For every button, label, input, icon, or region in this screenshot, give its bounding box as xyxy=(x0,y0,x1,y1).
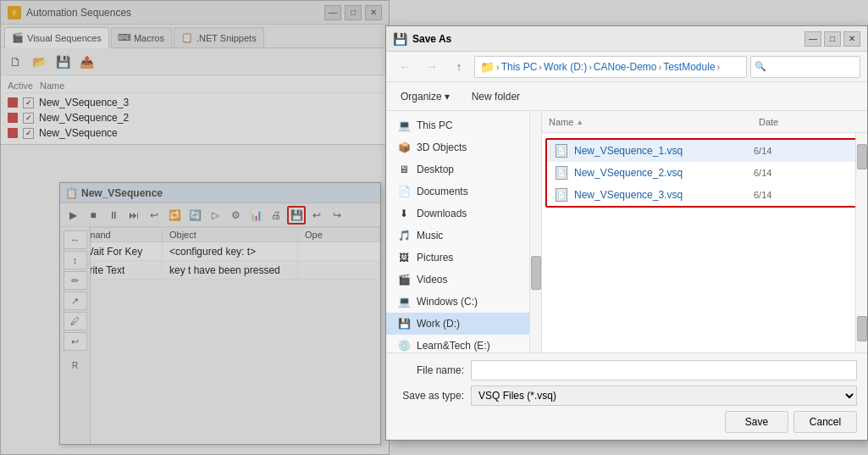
sidebar-music-label: Music xyxy=(417,230,443,241)
date-header-label: Date xyxy=(759,117,778,127)
sidebar-work-d[interactable]: 💾 Work (D:) xyxy=(386,313,529,335)
file-highlight-group: 📄 New_VSequence_1.vsq 6/14 📄 New_VSequen… xyxy=(545,138,864,208)
organize-label: Organize xyxy=(401,91,442,103)
dialog-nav-bar: ← → ↑ 📁 › This PC › Work (D:) › CANoe-De… xyxy=(386,52,867,82)
music-icon: 🎵 xyxy=(396,228,412,243)
sidebar-downloads-label: Downloads xyxy=(417,208,467,219)
breadcrumb-canoe-demo[interactable]: CANoe-Demo xyxy=(594,61,657,73)
save-as-dialog: 💾 Save As — □ ✕ ← → ↑ 📁 › This PC › Work… xyxy=(385,25,868,441)
nav-forward-button[interactable]: → xyxy=(420,56,444,78)
dialog-sidebar: 💻 This PC 📦 3D Objects 🖥 Desktop 📄 Docum… xyxy=(386,111,530,352)
sidebar-pictures[interactable]: 🖼 Pictures xyxy=(386,247,529,269)
organize-chevron-icon: ▾ xyxy=(445,91,450,103)
sidebar-windows-c[interactable]: 💻 Windows (C:) xyxy=(386,291,529,313)
dialog-window-controls[interactable]: — □ ✕ xyxy=(804,31,860,47)
dialog-inner-toolbar: Organize ▾ New folder xyxy=(386,82,867,111)
3d-objects-icon: 📦 xyxy=(396,140,412,155)
pictures-icon: 🖼 xyxy=(396,250,412,265)
filetype-select[interactable]: VSQ Files (*.vsq) xyxy=(471,386,857,406)
sidebar-pictures-label: Pictures xyxy=(417,252,453,264)
pc-icon: 💻 xyxy=(396,118,412,133)
file-list-area: Name ▲ Date 📄 New_VSequence_1.vsq 6/14 xyxy=(542,111,867,352)
sidebar-learntech-e[interactable]: 💿 Learn&Tech (E:) xyxy=(386,335,529,352)
filetype-row: Save as type: VSQ Files (*.vsq) xyxy=(396,386,857,406)
filetype-label: Save as type: xyxy=(396,390,464,402)
save-button[interactable]: Save xyxy=(725,411,788,433)
sidebar-videos-label: Videos xyxy=(417,274,447,286)
breadcrumb-sep-0: › xyxy=(496,62,500,72)
file-list-scroll-up-btn xyxy=(857,144,867,169)
vsq2-filename: New_VSequence_2.vsq xyxy=(574,167,754,179)
new-folder-label: New folder xyxy=(472,91,520,103)
dialog-maximize-button[interactable]: □ xyxy=(824,31,841,47)
sidebar-work-d-label: Work (D:) xyxy=(417,318,460,330)
sidebar-windows-c-label: Windows (C:) xyxy=(417,296,478,308)
footer-buttons: Save Cancel xyxy=(396,411,857,433)
dialog-minimize-button[interactable]: — xyxy=(804,31,821,47)
search-icon: 🔍 xyxy=(755,61,766,72)
downloads-icon: ⬇ xyxy=(396,206,412,221)
windows-drive-icon: 💻 xyxy=(396,294,412,309)
save-dialog-icon: 💾 xyxy=(393,32,407,46)
sidebar-documents-label: Documents xyxy=(417,186,468,197)
file-item-vsq1[interactable]: 📄 New_VSequence_1.vsq 6/14 xyxy=(547,140,862,162)
vsq2-date: 6/14 xyxy=(754,168,855,178)
vsq3-file-icon: 📄 xyxy=(554,187,569,203)
breadcrumb-folder-icon: 📁 xyxy=(480,60,495,74)
vsq1-filename: New_VSequence_1.vsq xyxy=(574,145,754,157)
name-column-header[interactable]: Name ▲ xyxy=(549,117,759,127)
work-drive-icon: 💾 xyxy=(396,316,412,331)
sidebar-downloads[interactable]: ⬇ Downloads xyxy=(386,203,529,225)
file-item-vsq2[interactable]: 📄 New_VSequence_2.vsq 6/14 xyxy=(547,162,862,184)
sidebar-desktop[interactable]: 🖥 Desktop xyxy=(386,158,529,180)
breadcrumb-bar: 📁 › This PC › Work (D:) › CANoe-Demo › T… xyxy=(474,56,747,78)
filename-label: File name: xyxy=(396,364,464,376)
dialog-content: 💻 This PC 📦 3D Objects 🖥 Desktop 📄 Docum… xyxy=(386,111,867,352)
name-header-label: Name xyxy=(549,117,573,127)
organize-button[interactable]: Organize ▾ xyxy=(393,87,457,106)
sidebar-learntech-e-label: Learn&Tech (E:) xyxy=(417,340,490,352)
file-list-scrollbar[interactable] xyxy=(855,133,867,352)
documents-icon: 📄 xyxy=(396,184,412,199)
breadcrumb-work-d[interactable]: Work (D:) xyxy=(544,61,587,73)
save-dialog-title: Save As xyxy=(412,33,451,45)
vsq1-date: 6/14 xyxy=(754,146,855,156)
sidebar-scrollbar[interactable] xyxy=(530,111,542,352)
learntech-drive-icon: 💿 xyxy=(396,338,412,352)
filename-row: File name: xyxy=(396,360,857,380)
cancel-button[interactable]: Cancel xyxy=(793,411,857,433)
file-list-header: Name ▲ Date xyxy=(542,111,867,133)
nav-back-button[interactable]: ← xyxy=(393,56,417,78)
date-column-header[interactable]: Date xyxy=(759,117,860,127)
name-sort-icon: ▲ xyxy=(576,118,583,126)
sidebar-videos[interactable]: 🎬 Videos xyxy=(386,269,529,291)
filename-input[interactable] xyxy=(471,360,857,380)
sidebar-3d-objects-label: 3D Objects xyxy=(417,141,467,153)
vsq3-date: 6/14 xyxy=(754,190,855,200)
nav-up-button[interactable]: ↑ xyxy=(447,56,471,78)
sidebar-scrollbar-thumb xyxy=(531,256,541,290)
dialog-close-button[interactable]: ✕ xyxy=(843,31,860,47)
sidebar-3d-objects[interactable]: 📦 3D Objects xyxy=(386,136,529,158)
sidebar-desktop-label: Desktop xyxy=(417,164,454,175)
dialog-title-left: 💾 Save As xyxy=(393,32,451,46)
vsq1-file-icon: 📄 xyxy=(554,143,569,158)
dialog-title-bar: 💾 Save As — □ ✕ xyxy=(386,26,867,52)
file-list-scroll-down-btn xyxy=(857,316,867,341)
breadcrumb-this-pc[interactable]: This PC xyxy=(501,61,538,73)
sidebar-this-pc-label: This PC xyxy=(417,119,453,131)
new-folder-button[interactable]: New folder xyxy=(464,87,528,106)
file-item-vsq3[interactable]: 📄 New_VSequence_3.vsq 6/14 xyxy=(547,184,862,206)
sidebar-documents[interactable]: 📄 Documents xyxy=(386,180,529,203)
dialog-footer: File name: Save as type: VSQ Files (*.vs… xyxy=(386,352,867,440)
file-list: 📄 New_VSequence_1.vsq 6/14 📄 New_VSequen… xyxy=(542,133,867,352)
videos-icon: 🎬 xyxy=(396,272,412,287)
search-box[interactable]: 🔍 xyxy=(750,56,860,78)
vsq3-filename: New_VSequence_3.vsq xyxy=(574,189,754,201)
breadcrumb-testmodule[interactable]: TestModule xyxy=(663,61,715,73)
vsq2-file-icon: 📄 xyxy=(554,165,569,180)
sidebar-music[interactable]: 🎵 Music xyxy=(386,225,529,247)
desktop-icon: 🖥 xyxy=(396,162,412,177)
sidebar-this-pc[interactable]: 💻 This PC xyxy=(386,114,529,136)
